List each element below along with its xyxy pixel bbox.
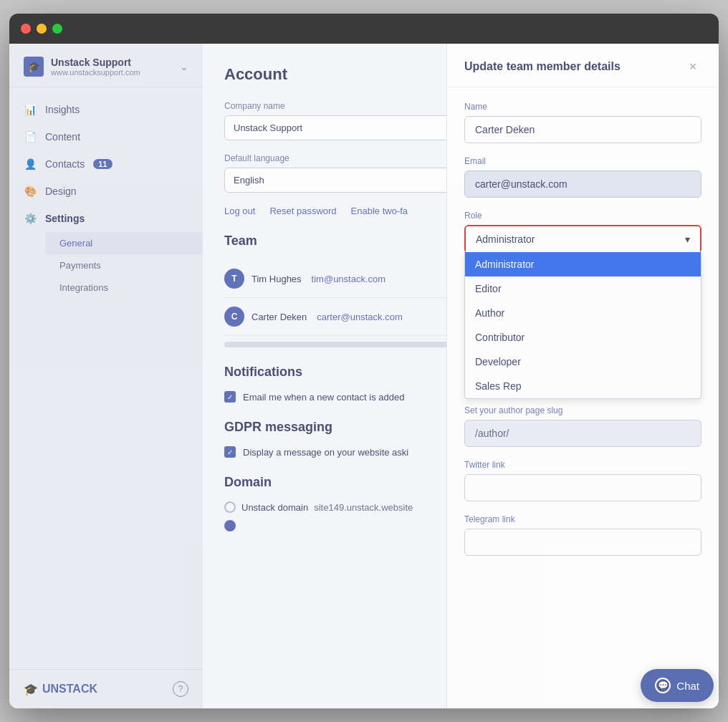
role-option-author[interactable]: Author <box>465 301 701 325</box>
telegram-input[interactable] <box>464 529 701 556</box>
modal-title: Update team member details <box>464 60 621 73</box>
author-slug-field: Set your author page slug <box>464 405 701 447</box>
twitter-input[interactable] <box>464 474 701 501</box>
sidebar-footer: 🎓 UNSTACK ? <box>9 669 203 708</box>
sidebar-item-settings[interactable]: ⚙️ Settings <box>9 205 203 232</box>
gdpr-checkbox[interactable]: ✓ <box>224 446 236 458</box>
twitter-field: Twitter link <box>464 460 701 501</box>
sidebar-item-payments[interactable]: Payments <box>45 254 203 276</box>
name-field: Name <box>464 102 701 143</box>
member-name-tim: Tim Hughes <box>252 274 302 284</box>
maximize-traffic-light[interactable] <box>52 24 62 34</box>
chevron-down-icon: ▾ <box>685 234 690 245</box>
update-member-modal: Update team member details × Name Email <box>446 44 719 708</box>
sidebar-item-label: Content <box>45 131 80 143</box>
insights-icon: 📊 <box>24 103 37 116</box>
gdpr-label: Display a message on your website aski <box>243 447 408 458</box>
design-icon: 🎨 <box>24 185 37 198</box>
notification-label: Email me when a new contact is added <box>243 392 404 403</box>
sidebar-item-label: Contacts <box>45 158 85 170</box>
role-option-contributor[interactable]: Contributor <box>465 325 701 350</box>
company-name-input[interactable] <box>224 115 455 140</box>
help-icon[interactable]: ? <box>173 681 188 697</box>
author-slug-input[interactable] <box>464 420 701 447</box>
role-label: Role <box>464 211 701 221</box>
unstack-logo: 🎓 UNSTACK <box>24 683 97 696</box>
chevron-down-icon: ⌄ <box>180 61 188 72</box>
role-option-administrator[interactable]: Administrator <box>465 252 701 276</box>
avatar-tim: T <box>224 269 244 289</box>
role-select-wrapper: Administrator ▾ Administrator Editor Aut… <box>464 225 701 254</box>
notification-checkbox[interactable]: ✓ <box>224 391 236 403</box>
unstack-logo-icon: 🎓 <box>24 683 38 696</box>
author-slug-label: Set your author page slug <box>464 405 701 415</box>
contacts-icon: 👤 <box>24 158 37 170</box>
sidebar-logo-icon: 🎓 <box>24 57 44 77</box>
company-name-group: Company name <box>224 101 455 140</box>
role-option-developer[interactable]: Developer <box>465 350 701 374</box>
sidebar-item-integrations[interactable]: Integrations <box>45 276 203 299</box>
sidebar-item-design[interactable]: 🎨 Design <box>9 178 203 205</box>
unstack-logo-text: UNSTACK <box>42 683 97 695</box>
role-dropdown: Administrator Editor Author Contributor … <box>464 252 701 399</box>
sidebar-org-name: Unstack Support <box>51 57 173 68</box>
logout-link[interactable]: Log out <box>224 206 255 216</box>
sidebar-item-content[interactable]: 📄 Content <box>9 123 203 150</box>
sidebar-nav: 📊 Insights 📄 Content 👤 Contacts 11 🎨 Des… <box>9 87 203 669</box>
member-email-carter: carter@unstack.com <box>317 312 402 322</box>
sidebar-item-insights[interactable]: 📊 Insights <box>9 96 203 123</box>
sidebar: 🎓 Unstack Support www.unstacksupport.com… <box>9 44 203 708</box>
email-input[interactable] <box>464 170 701 198</box>
domain-unstack-url: site149.unstack.website <box>314 502 413 513</box>
role-selected-value: Administrator <box>476 234 535 245</box>
settings-icon: ⚙️ <box>24 212 37 225</box>
close-icon[interactable]: × <box>684 58 701 75</box>
avatar-carter: C <box>224 307 244 327</box>
role-option-sales-rep[interactable]: Sales Rep <box>465 374 701 398</box>
minimize-traffic-light[interactable] <box>37 24 47 34</box>
sidebar-item-contacts[interactable]: 👤 Contacts 11 <box>9 150 203 178</box>
email-field-group: Email <box>464 156 701 198</box>
email-label: Email <box>464 156 701 166</box>
chat-label: Chat <box>676 680 699 692</box>
domain-custom-radio[interactable] <box>224 520 236 531</box>
sidebar-org: Unstack Support www.unstacksupport.com <box>51 57 173 77</box>
chat-icon: 💬 <box>655 678 671 693</box>
traffic-lights <box>21 24 62 34</box>
member-email-tim: tim@unstack.com <box>312 274 386 284</box>
chat-button[interactable]: 💬 Chat <box>641 669 714 702</box>
domain-unstack-radio[interactable] <box>224 501 236 513</box>
member-name-carter: Carter Deken <box>252 312 307 322</box>
role-option-editor[interactable]: Editor <box>465 276 701 301</box>
sidebar-item-label: Insights <box>45 104 80 115</box>
role-field: Role Administrator ▾ Administrator Edito… <box>464 211 701 254</box>
sidebar-header[interactable]: 🎓 Unstack Support www.unstacksupport.com… <box>9 44 203 87</box>
telegram-label: Telegram link <box>464 514 701 524</box>
titlebar <box>9 14 719 44</box>
name-label: Name <box>464 102 701 112</box>
modal-body: Name Email Role Administrator <box>447 87 719 708</box>
main-content: Account Company name Timezone Default la… <box>203 44 719 708</box>
name-input[interactable] <box>464 116 701 143</box>
contacts-badge: 11 <box>93 159 112 169</box>
domain-unstack-label: Unstack domain <box>241 502 308 513</box>
company-name-label: Company name <box>224 101 455 111</box>
sidebar-org-url: www.unstacksupport.com <box>51 68 173 77</box>
role-select-trigger[interactable]: Administrator ▾ <box>466 226 700 252</box>
close-traffic-light[interactable] <box>21 24 31 34</box>
content-icon: 📄 <box>24 130 37 143</box>
reset-password-link[interactable]: Reset password <box>269 206 336 216</box>
modal-header: Update team member details × <box>447 44 719 87</box>
enable-2fa-link[interactable]: Enable two-fa <box>351 206 408 216</box>
twitter-label: Twitter link <box>464 460 701 470</box>
sidebar-item-general[interactable]: General <box>45 232 203 254</box>
sidebar-item-label: Settings <box>45 213 85 224</box>
sidebar-item-label: Design <box>45 186 77 197</box>
sidebar-subnav: General Payments Integrations <box>9 232 203 299</box>
telegram-field: Telegram link <box>464 514 701 556</box>
